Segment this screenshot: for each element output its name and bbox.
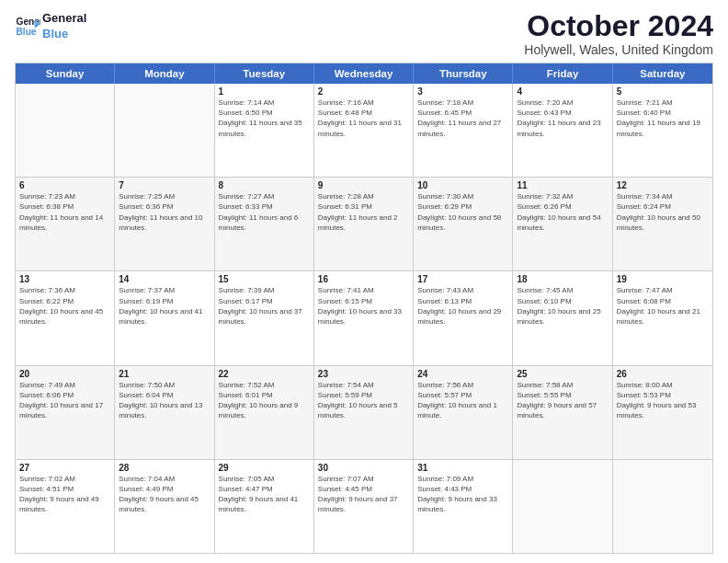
calendar-header: SundayMondayTuesdayWednesdayThursdayFrid… <box>16 63 712 84</box>
cell-details: Sunrise: 7:27 AM Sunset: 6:33 PM Dayligh… <box>219 191 310 233</box>
day-number: 22 <box>219 369 310 379</box>
header: General Blue General Blue October 2024 H… <box>15 11 713 57</box>
calendar-cell: 13Sunrise: 7:36 AM Sunset: 6:22 PM Dayli… <box>16 271 115 364</box>
cell-details: Sunrise: 7:41 AM Sunset: 6:15 PM Dayligh… <box>318 285 409 327</box>
day-number: 16 <box>318 274 409 284</box>
cell-details: Sunrise: 7:49 AM Sunset: 6:06 PM Dayligh… <box>19 380 110 421</box>
cell-details: Sunrise: 7:34 AM Sunset: 6:24 PM Dayligh… <box>617 191 709 233</box>
cell-details: Sunrise: 7:47 AM Sunset: 6:08 PM Dayligh… <box>617 285 709 327</box>
svg-text:Blue: Blue <box>17 27 37 37</box>
day-number: 3 <box>417 86 508 97</box>
calendar-cell: 21Sunrise: 7:50 AM Sunset: 6:04 PM Dayli… <box>115 366 214 459</box>
calendar-cell: 9Sunrise: 7:28 AM Sunset: 6:31 PM Daylig… <box>314 178 414 270</box>
weekday-header: Friday <box>513 63 612 84</box>
calendar-cell: 10Sunrise: 7:30 AM Sunset: 6:29 PM Dayli… <box>414 178 513 270</box>
day-number: 24 <box>417 369 508 379</box>
day-number: 26 <box>617 369 709 379</box>
day-number: 5 <box>617 86 709 97</box>
calendar-cell: 3Sunrise: 7:18 AM Sunset: 6:45 PM Daylig… <box>414 84 513 177</box>
day-number: 10 <box>417 180 508 190</box>
cell-details: Sunrise: 8:00 AM Sunset: 5:53 PM Dayligh… <box>617 380 709 421</box>
page: General Blue General Blue October 2024 H… <box>0 0 728 563</box>
calendar-cell: 24Sunrise: 7:56 AM Sunset: 5:57 PM Dayli… <box>414 366 513 459</box>
location: Holywell, Wales, United Kingdom <box>524 42 713 57</box>
cell-details: Sunrise: 7:25 AM Sunset: 6:36 PM Dayligh… <box>119 191 210 233</box>
cell-details: Sunrise: 7:28 AM Sunset: 6:31 PM Dayligh… <box>318 191 409 233</box>
calendar-row: 27Sunrise: 7:02 AM Sunset: 4:51 PM Dayli… <box>16 459 712 553</box>
cell-details: Sunrise: 7:07 AM Sunset: 4:45 PM Dayligh… <box>318 474 409 515</box>
calendar-cell <box>115 84 214 177</box>
day-number: 1 <box>219 86 310 97</box>
calendar-cell: 25Sunrise: 7:58 AM Sunset: 5:55 PM Dayli… <box>513 366 612 459</box>
calendar-cell: 22Sunrise: 7:52 AM Sunset: 6:01 PM Dayli… <box>215 366 314 459</box>
day-number: 28 <box>119 463 210 473</box>
cell-details: Sunrise: 7:52 AM Sunset: 6:01 PM Dayligh… <box>219 380 310 421</box>
calendar-row: 13Sunrise: 7:36 AM Sunset: 6:22 PM Dayli… <box>16 270 712 364</box>
calendar-cell: 5Sunrise: 7:21 AM Sunset: 6:40 PM Daylig… <box>613 84 712 177</box>
day-number: 8 <box>219 180 310 190</box>
cell-details: Sunrise: 7:54 AM Sunset: 5:59 PM Dayligh… <box>318 380 409 421</box>
cell-details: Sunrise: 7:45 AM Sunset: 6:10 PM Dayligh… <box>517 285 608 327</box>
day-number: 20 <box>19 369 110 379</box>
cell-details: Sunrise: 7:50 AM Sunset: 6:04 PM Dayligh… <box>119 380 210 421</box>
month-title: October 2024 <box>524 11 713 40</box>
calendar-cell: 17Sunrise: 7:43 AM Sunset: 6:13 PM Dayli… <box>414 271 513 364</box>
day-number: 21 <box>119 369 210 379</box>
cell-details: Sunrise: 7:39 AM Sunset: 6:17 PM Dayligh… <box>219 285 310 327</box>
calendar-cell <box>16 84 115 177</box>
cell-details: Sunrise: 7:02 AM Sunset: 4:51 PM Dayligh… <box>19 474 110 515</box>
day-number: 12 <box>617 180 709 190</box>
calendar-cell: 6Sunrise: 7:23 AM Sunset: 6:38 PM Daylig… <box>16 178 115 270</box>
day-number: 13 <box>19 274 110 284</box>
calendar-row: 20Sunrise: 7:49 AM Sunset: 6:06 PM Dayli… <box>16 365 712 459</box>
day-number: 9 <box>318 180 409 190</box>
day-number: 25 <box>517 369 608 379</box>
calendar-row: 1Sunrise: 7:14 AM Sunset: 6:50 PM Daylig… <box>16 84 712 177</box>
calendar-cell: 29Sunrise: 7:05 AM Sunset: 4:47 PM Dayli… <box>215 460 314 553</box>
calendar-cell: 14Sunrise: 7:37 AM Sunset: 6:19 PM Dayli… <box>115 271 214 364</box>
cell-details: Sunrise: 7:32 AM Sunset: 6:26 PM Dayligh… <box>517 191 608 233</box>
cell-details: Sunrise: 7:56 AM Sunset: 5:57 PM Dayligh… <box>417 380 508 421</box>
calendar-cell: 30Sunrise: 7:07 AM Sunset: 4:45 PM Dayli… <box>314 460 414 553</box>
weekday-header: Tuesday <box>215 63 314 84</box>
calendar-cell: 12Sunrise: 7:34 AM Sunset: 6:24 PM Dayli… <box>613 178 712 270</box>
cell-details: Sunrise: 7:21 AM Sunset: 6:40 PM Dayligh… <box>617 98 709 139</box>
day-number: 7 <box>119 180 210 190</box>
cell-details: Sunrise: 7:36 AM Sunset: 6:22 PM Dayligh… <box>19 285 110 327</box>
calendar-cell: 23Sunrise: 7:54 AM Sunset: 5:59 PM Dayli… <box>314 366 414 459</box>
weekday-header: Wednesday <box>314 63 414 84</box>
weekday-header: Saturday <box>613 63 712 84</box>
cell-details: Sunrise: 7:04 AM Sunset: 4:49 PM Dayligh… <box>119 474 210 515</box>
cell-details: Sunrise: 7:16 AM Sunset: 6:48 PM Dayligh… <box>318 98 409 139</box>
logo-icon: General Blue <box>15 14 40 40</box>
day-number: 23 <box>318 369 409 379</box>
cell-details: Sunrise: 7:18 AM Sunset: 6:45 PM Dayligh… <box>417 98 508 139</box>
calendar-cell: 8Sunrise: 7:27 AM Sunset: 6:33 PM Daylig… <box>215 178 314 270</box>
day-number: 17 <box>417 274 508 284</box>
cell-details: Sunrise: 7:23 AM Sunset: 6:38 PM Dayligh… <box>19 191 110 233</box>
calendar-cell: 15Sunrise: 7:39 AM Sunset: 6:17 PM Dayli… <box>215 271 314 364</box>
day-number: 14 <box>119 274 210 284</box>
weekday-header: Monday <box>115 63 214 84</box>
cell-details: Sunrise: 7:37 AM Sunset: 6:19 PM Dayligh… <box>119 285 210 327</box>
calendar-cell: 16Sunrise: 7:41 AM Sunset: 6:15 PM Dayli… <box>314 271 414 364</box>
cell-details: Sunrise: 7:05 AM Sunset: 4:47 PM Dayligh… <box>219 474 310 515</box>
calendar-cell: 4Sunrise: 7:20 AM Sunset: 6:43 PM Daylig… <box>513 84 612 177</box>
calendar-row: 6Sunrise: 7:23 AM Sunset: 6:38 PM Daylig… <box>16 177 712 270</box>
calendar-cell: 31Sunrise: 7:09 AM Sunset: 4:43 PM Dayli… <box>414 460 513 553</box>
cell-details: Sunrise: 7:43 AM Sunset: 6:13 PM Dayligh… <box>417 285 508 327</box>
calendar-cell: 2Sunrise: 7:16 AM Sunset: 6:48 PM Daylig… <box>314 84 414 177</box>
calendar-cell: 7Sunrise: 7:25 AM Sunset: 6:36 PM Daylig… <box>115 178 214 270</box>
logo: General Blue General Blue <box>15 11 86 42</box>
calendar-cell: 11Sunrise: 7:32 AM Sunset: 6:26 PM Dayli… <box>513 178 612 270</box>
calendar-cell: 28Sunrise: 7:04 AM Sunset: 4:49 PM Dayli… <box>115 460 214 553</box>
calendar-cell: 19Sunrise: 7:47 AM Sunset: 6:08 PM Dayli… <box>613 271 712 364</box>
title-block: October 2024 Holywell, Wales, United Kin… <box>524 11 713 57</box>
cell-details: Sunrise: 7:09 AM Sunset: 4:43 PM Dayligh… <box>417 474 508 515</box>
day-number: 27 <box>19 463 110 473</box>
calendar-cell: 27Sunrise: 7:02 AM Sunset: 4:51 PM Dayli… <box>16 460 115 553</box>
calendar-cell <box>613 460 712 553</box>
weekday-header: Sunday <box>16 63 115 84</box>
calendar-cell: 18Sunrise: 7:45 AM Sunset: 6:10 PM Dayli… <box>513 271 612 364</box>
day-number: 29 <box>219 463 310 473</box>
